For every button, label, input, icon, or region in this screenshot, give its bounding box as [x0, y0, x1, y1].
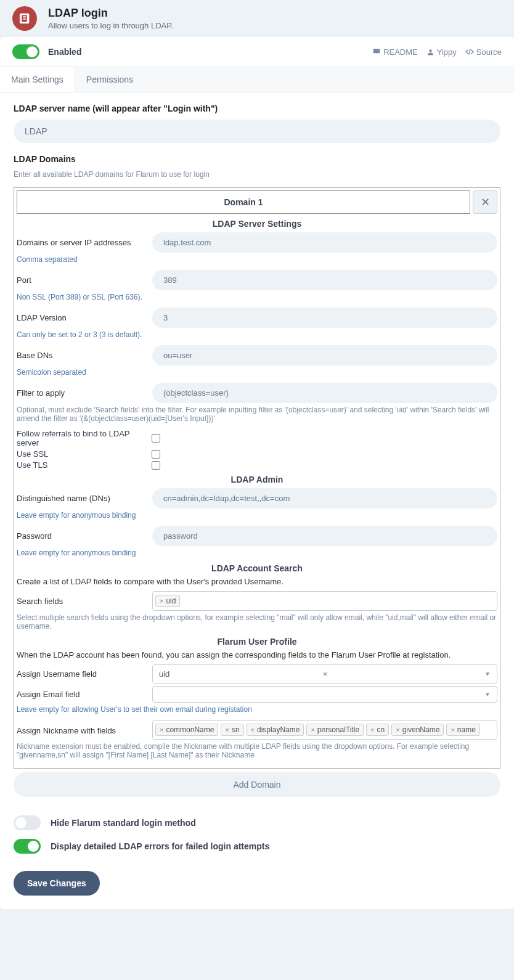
- search-fields-hint: Select multiple search fields using the …: [17, 613, 497, 631]
- author-link[interactable]: Yippy: [426, 47, 457, 57]
- tabbar: Main Settings Permissions: [0, 67, 514, 92]
- tag-item: ×givenName: [391, 724, 444, 736]
- base-dns-input[interactable]: [152, 345, 497, 365]
- account-search-desc: Create a list of LDAP fields to compare …: [17, 577, 497, 586]
- tag-item: ×displayName: [247, 724, 304, 736]
- source-link[interactable]: Source: [465, 47, 502, 57]
- remove-tag-icon[interactable]: ×: [451, 726, 454, 733]
- use-ssl-checkbox[interactable]: [152, 450, 160, 459]
- remove-tag-icon[interactable]: ×: [370, 726, 374, 733]
- user-icon: [426, 48, 434, 56]
- close-icon: ✕: [481, 195, 490, 209]
- password-label: Password: [17, 531, 152, 541]
- tag-item: ×commonName: [155, 724, 218, 736]
- caret-down-icon: ▼: [484, 691, 491, 698]
- filter-hint: Optional, must exclude 'Search fields' i…: [17, 406, 497, 423]
- use-ssl-label: Use SSL: [17, 449, 149, 459]
- password-hint: Leave empty for anonymous binding: [17, 549, 497, 557]
- tag-item: ×personalTitle: [306, 724, 364, 736]
- tab-permissions[interactable]: Permissions: [75, 67, 144, 92]
- account-search-heading: LDAP Account Search: [17, 563, 497, 573]
- page-title: LDAP login: [48, 7, 173, 20]
- base-dns-hint: Semicolon separated: [17, 368, 497, 377]
- server-settings-heading: LDAP Server Settings: [17, 219, 497, 229]
- search-fields-label: Search fields: [17, 597, 152, 606]
- search-fields-tagbox[interactable]: ×uid: [152, 591, 497, 611]
- svg-line-5: [469, 49, 470, 54]
- nickname-tagbox[interactable]: ×commonName×sn×displayName×personalTitle…: [152, 720, 497, 740]
- tag-item: ×name: [446, 724, 479, 736]
- display-errors-toggle[interactable]: [14, 839, 41, 854]
- filter-label: Filter to apply: [17, 388, 152, 398]
- domains-hint: Enter all available LDAP domains for Fla…: [14, 170, 500, 179]
- user-profile-heading: Flarum User Profile: [17, 637, 497, 647]
- nickname-fields-label: Assign Nickname with fields: [17, 720, 152, 735]
- svg-rect-2: [20, 19, 21, 20]
- page-header: LDAP login Allow users to log in through…: [0, 0, 514, 37]
- version-label: LDAP Version: [17, 313, 152, 322]
- email-field-label: Assign Email field: [17, 690, 152, 699]
- hide-login-label: Hide Flarum standard login method: [51, 818, 196, 828]
- remove-tag-icon[interactable]: ×: [311, 726, 314, 733]
- server-name-input[interactable]: [14, 120, 500, 143]
- clear-icon[interactable]: ×: [323, 669, 328, 679]
- save-button[interactable]: Save Changes: [14, 871, 100, 896]
- remove-tag-icon[interactable]: ×: [396, 726, 399, 733]
- email-select[interactable]: ▼: [152, 686, 497, 703]
- tag-item: ×uid: [155, 595, 180, 607]
- domain-title: Domain 1: [17, 190, 470, 214]
- base-dns-label: Base DNs: [17, 351, 152, 360]
- port-label: Port: [17, 276, 152, 285]
- username-field-label: Assign Username field: [17, 669, 152, 679]
- remove-tag-icon[interactable]: ×: [160, 597, 163, 605]
- topbar: Enabled README Yippy Source: [0, 37, 514, 67]
- caret-down-icon: ▼: [484, 671, 491, 677]
- page-subtitle: Allow users to log in through LDAP.: [48, 21, 173, 30]
- tag-item: ×cn: [366, 724, 389, 736]
- svg-rect-1: [20, 17, 21, 18]
- user-profile-desc: When the LDAP account has been found, yo…: [17, 650, 497, 659]
- add-domain-button[interactable]: Add Domain: [14, 772, 500, 797]
- port-input[interactable]: [152, 270, 497, 290]
- dn-hint: Leave empty for anonymous binding: [17, 511, 497, 520]
- use-tls-checkbox[interactable]: [152, 461, 160, 470]
- follow-referrals-label: Follow referrals to bind to LDAP server: [17, 429, 149, 447]
- remove-tag-icon[interactable]: ×: [160, 726, 163, 733]
- readme-link[interactable]: README: [372, 47, 418, 57]
- domains-field-hint: Comma separated: [17, 255, 497, 264]
- domains-field-label: Domains or server IP addresses: [17, 238, 152, 247]
- dn-label: Distinguished name (DNs): [17, 494, 152, 503]
- dn-input[interactable]: [152, 488, 497, 508]
- email-hint: Leave empty for allowing User's to set t…: [17, 705, 497, 714]
- remove-tag-icon[interactable]: ×: [251, 726, 255, 733]
- hide-login-toggle[interactable]: [14, 815, 41, 830]
- domain-panel: Domain 1 ✕ LDAP Server Settings Domains …: [14, 187, 500, 769]
- code-icon: [465, 47, 474, 56]
- book-icon: [372, 47, 381, 56]
- use-tls-label: Use TLS: [17, 460, 149, 470]
- enabled-label: Enabled: [48, 47, 81, 57]
- svg-point-4: [429, 49, 431, 52]
- svg-rect-3: [20, 22, 21, 23]
- display-errors-label: Display detailed LDAP errors for failed …: [51, 841, 269, 851]
- server-name-label: LDAP server name (will appear after "Log…: [14, 104, 500, 113]
- enabled-toggle[interactable]: [12, 44, 39, 59]
- domains-input[interactable]: [152, 232, 497, 253]
- tab-main-settings[interactable]: Main Settings: [0, 67, 75, 92]
- ldap-admin-heading: LDAP Admin: [17, 475, 497, 484]
- filter-input[interactable]: [152, 383, 497, 403]
- svg-rect-0: [20, 15, 21, 16]
- domains-label: LDAP Domains: [14, 154, 500, 164]
- port-hint: Non SSL (Port 389) or SSL (Port 636).: [17, 293, 497, 301]
- nickname-hint: Nickname extension must be enabled, comp…: [17, 742, 497, 759]
- password-input[interactable]: [152, 526, 497, 546]
- domain-close-button[interactable]: ✕: [473, 190, 497, 214]
- username-select[interactable]: uid × ▼: [152, 664, 497, 684]
- tag-item: ×sn: [221, 724, 243, 736]
- version-hint: Can only be set to 2 or 3 (3 is default)…: [17, 330, 497, 339]
- follow-referrals-checkbox[interactable]: [152, 434, 160, 443]
- remove-tag-icon[interactable]: ×: [225, 726, 229, 733]
- version-input[interactable]: [152, 308, 497, 328]
- extension-icon: [12, 6, 37, 31]
